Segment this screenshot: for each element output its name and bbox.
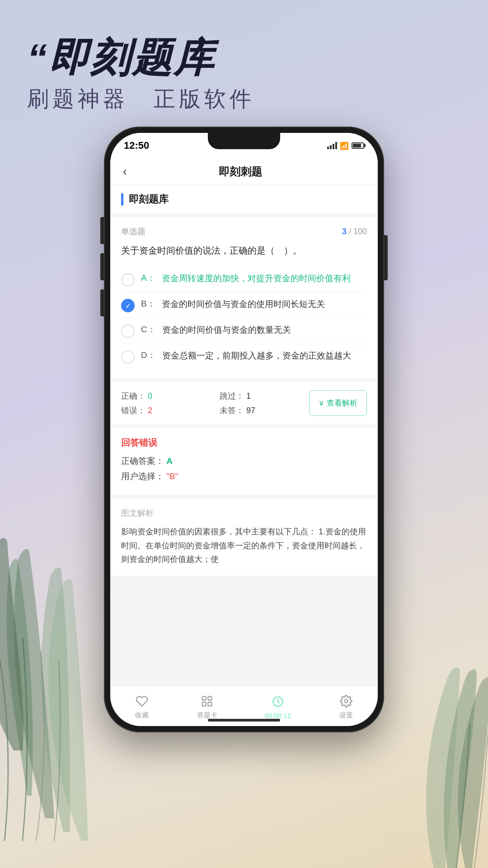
view-analysis-button[interactable]: ∨ 查看解析 <box>309 390 367 416</box>
option-d[interactable]: D： 资金总额一定，前期投入越多，资金的正效益越大 <box>121 344 367 369</box>
phone-mockup: 12:50 📶 ‹ 即刻刺题 <box>104 127 384 732</box>
stat-wrong-value: 2 <box>148 406 152 415</box>
stat-correct-label: 正确： <box>121 392 145 401</box>
svg-point-5 <box>345 699 348 703</box>
section-title: 即刻题库 <box>129 193 169 206</box>
result-user-value: "B" <box>166 472 178 481</box>
analysis-text: 影响资金时间价值的因素很多，其中主要有以下几点： 1.资金的使用时间。在单位时间… <box>121 525 367 566</box>
tab-favorites-label: 收藏 <box>135 711 149 720</box>
option-b[interactable]: B： 资金的时间价值与资金的使用时间长短无关 <box>121 292 367 318</box>
clock-icon <box>270 694 286 709</box>
option-b-circle <box>121 299 135 312</box>
option-c-circle <box>121 325 135 338</box>
notch <box>208 133 280 149</box>
tab-settings[interactable]: 设置 <box>338 693 354 720</box>
stat-unanswered-value: 97 <box>246 406 255 415</box>
tab-settings-label: 设置 <box>339 711 353 720</box>
question-type: 单选题 <box>121 226 145 237</box>
battery-icon <box>352 142 364 149</box>
stat-unanswered: 未答： 97 <box>220 405 309 416</box>
option-a-circle <box>121 273 135 287</box>
section-header: 即刻题库 <box>110 185 378 213</box>
header-area: “即刻题库 刷题神器 正版软件 <box>27 36 255 113</box>
stat-wrong: 错误： 2 <box>121 405 211 416</box>
option-d-circle <box>121 350 135 364</box>
result-correct-value: A <box>166 456 173 466</box>
signal-icon <box>327 142 337 149</box>
result-user-label: 用户选择： <box>121 472 164 481</box>
question-meta: 单选题 3 / 100 <box>121 226 367 237</box>
question-separator: / <box>349 227 353 236</box>
option-b-prefix: B： <box>141 298 155 310</box>
question-text: 关于资金时间价值的说法，正确的是（ ）。 <box>121 243 367 258</box>
stat-skip-value: 1 <box>246 392 251 401</box>
app-tagline: “即刻题库 <box>27 36 255 80</box>
option-d-prefix: D： <box>141 349 156 361</box>
view-analysis-label: 查看解析 <box>327 398 357 408</box>
nav-bar: ‹ 即刻刺题 <box>110 158 378 185</box>
stat-skip: 跳过： 1 <box>220 391 309 401</box>
question-card: 单选题 3 / 100 关于资金时间价值的说法，正确的是（ ）。 A： 资金周转… <box>110 217 378 378</box>
answer-result: 回答错误 正确答案： A 用户选择： "B" <box>110 428 378 495</box>
stat-unanswered-label: 未答： <box>220 406 244 415</box>
svg-rect-1 <box>208 696 212 700</box>
status-bar: 12:50 📶 <box>110 133 378 158</box>
option-a-text: 资金周转速度的加快，对提升资金的时间价值有利 <box>162 272 367 285</box>
stat-skip-label: 跳过： <box>220 392 244 401</box>
svg-rect-0 <box>202 696 206 700</box>
stats-bar: 正确： 0 跳过： 1 错误： 2 未答： 97 <box>110 382 378 424</box>
tab-timer[interactable]: 00:00:12 <box>265 694 291 719</box>
analysis-title: 图文解析 <box>121 508 367 519</box>
stat-wrong-label: 错误： <box>121 406 145 415</box>
stat-correct-value: 0 <box>148 392 152 401</box>
option-a[interactable]: A： 资金周转速度的加快，对提升资金的时间价值有利 <box>121 267 367 292</box>
option-d-text: 资金总额一定，前期投入越多，资金的正效益越大 <box>162 349 367 363</box>
svg-rect-2 <box>202 702 206 706</box>
option-c[interactable]: C： 资金的时间价值与资金的数量无关 <box>121 318 367 344</box>
result-status-label: 回答错误 <box>121 437 367 449</box>
option-c-text: 资金的时间价值与资金的数量无关 <box>162 324 367 337</box>
question-progress: 3 / 100 <box>342 227 367 236</box>
question-total: 100 <box>353 227 367 236</box>
gear-icon <box>338 693 354 709</box>
chevron-down-icon: ∨ <box>319 398 324 408</box>
tab-favorites[interactable]: 收藏 <box>134 693 150 720</box>
wifi-icon: 📶 <box>340 142 349 150</box>
tab-answer-card[interactable]: 答题卡 <box>197 693 217 720</box>
result-correct-answer-row: 正确答案： A <box>121 455 367 467</box>
result-correct-label: 正确答案： <box>121 456 164 466</box>
home-indicator <box>208 719 280 722</box>
app-subtitle: 刷题神器 正版软件 <box>27 85 255 113</box>
status-time: 12:50 <box>124 140 149 151</box>
analysis-section: 图文解析 影响资金时间价值的因素很多，其中主要有以下几点： 1.资金的使用时间。… <box>110 499 378 576</box>
stats-left: 正确： 0 跳过： 1 错误： 2 未答： 97 <box>121 391 309 416</box>
option-c-prefix: C： <box>141 324 156 335</box>
question-current: 3 <box>342 227 347 236</box>
status-icons: 📶 <box>327 142 364 150</box>
heart-icon <box>134 693 150 709</box>
option-a-prefix: A： <box>141 272 155 284</box>
tab-answer-card-label: 答题卡 <box>197 711 217 720</box>
back-button[interactable]: ‹ <box>119 161 131 182</box>
nav-title: 即刻刺题 <box>131 165 351 179</box>
svg-rect-3 <box>208 702 212 706</box>
option-b-text: 资金的时间价值与资金的使用时间长短无关 <box>162 298 367 311</box>
result-user-choice-row: 用户选择： "B" <box>121 471 367 482</box>
bg-plant-right <box>375 597 488 868</box>
section-indicator <box>121 193 123 206</box>
stat-correct: 正确： 0 <box>121 391 211 401</box>
tab-timer-label: 00:00:12 <box>265 712 291 719</box>
grid-icon <box>199 693 215 709</box>
